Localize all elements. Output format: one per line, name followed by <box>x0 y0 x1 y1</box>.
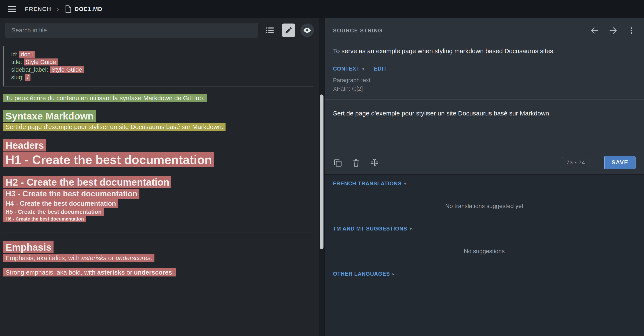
heading-h5-example: H5 - Create the best documentation <box>4 208 314 216</box>
source-text: To serve as an example page when styling… <box>333 47 636 56</box>
context-type: Paragraph text <box>333 76 636 85</box>
no-suggestions-message: No suggestions <box>333 247 636 255</box>
caret-down-icon: ▾ <box>410 226 412 231</box>
paragraph-intro: Tu peux écrire du contenu en utilisant l… <box>4 94 314 103</box>
source-string-panel: SOURCE STRING <box>324 18 644 175</box>
paragraph-active: Sert de page d'exemple pour styliser un … <box>4 122 314 131</box>
previous-string-button[interactable] <box>590 26 599 35</box>
frontmatter-value[interactable]: Style Guide <box>50 66 84 73</box>
suggestions-panel: FRENCH TRANSLATIONS ▾ No translations su… <box>324 175 644 277</box>
frontmatter-block: id: doc1 title: Style Guide sidebar_labe… <box>4 46 313 86</box>
strong-text: or <box>125 269 134 276</box>
char-counter: 73 • 74 <box>562 157 590 168</box>
string-strong[interactable]: Strong emphasis, aka bold, with asterisk… <box>4 268 176 276</box>
section-french-translations[interactable]: FRENCH TRANSLATIONS ▾ <box>333 181 636 187</box>
arrow-right-icon <box>608 26 618 35</box>
breadcrumb-file[interactable]: DOC1.MD <box>75 6 102 13</box>
context-row: CONTEXT ▾ EDIT <box>333 66 636 72</box>
intro-suffix: . <box>203 94 204 101</box>
frontmatter-line: sidebar_label: Style Guide <box>11 66 308 74</box>
edit-link[interactable]: EDIT <box>374 66 387 72</box>
eye-icon <box>303 26 312 35</box>
clear-translation-button[interactable] <box>352 158 360 167</box>
emphasis-italic: asterisks <box>81 254 106 261</box>
string-h3[interactable]: H3 - Create the best documentation <box>4 189 140 199</box>
paragraph-emphasis: Emphasis, aka italics, with asterisks or… <box>4 254 314 262</box>
string-h4[interactable]: H4 - Create the best documentation <box>4 199 118 208</box>
string-intro[interactable]: Tu peux écrire du contenu en utilisant l… <box>4 94 207 102</box>
string-navigation <box>590 26 636 35</box>
section-other-languages[interactable]: OTHER LANGUAGES ▸ <box>333 271 636 277</box>
frontmatter-key: id: <box>11 51 19 58</box>
strong-bold: asterisks <box>97 269 125 276</box>
context-toggle[interactable]: CONTEXT ▾ <box>333 66 365 72</box>
copy-source-button[interactable] <box>333 158 342 167</box>
strong-text: . <box>172 269 174 276</box>
chevron-right-icon: › <box>57 6 59 13</box>
french-translations-label: FRENCH TRANSLATIONS <box>333 181 402 187</box>
caret-right-icon: ▸ <box>392 271 394 276</box>
menu-button[interactable] <box>7 5 16 13</box>
heading-h1-example: H1 - Create the best documentation <box>4 152 314 168</box>
frontmatter-value[interactable]: Style Guide <box>24 59 58 65</box>
file-icon <box>64 5 72 13</box>
translation-panel: SOURCE STRING <box>324 18 644 336</box>
section-tm-mt-suggestions[interactable]: TM AND MT SUGGESTIONS ▾ <box>333 226 636 232</box>
string-h5[interactable]: H5 - Create the best documentation <box>4 208 104 216</box>
kebab-icon <box>627 26 636 35</box>
scrollbar-thumb[interactable] <box>320 94 324 249</box>
intro-text: Tu peux écrire du contenu en utilisant <box>6 94 113 101</box>
file-preview-panel: id: doc1 title: Style Guide sidebar_labe… <box>0 18 324 336</box>
string-h2-markdown[interactable]: Syntaxe Markdown <box>4 110 96 122</box>
arrow-left-icon <box>590 26 599 35</box>
emphasis-italic: underscores <box>116 254 150 261</box>
next-string-button[interactable] <box>608 26 618 35</box>
intro-link-text: la syntaxe Markdown de GitHub <box>113 94 203 101</box>
caret-down-icon: ▾ <box>362 66 364 71</box>
frontmatter-line: title: Style Guide <box>11 58 308 66</box>
string-h2-emphasis[interactable]: Emphasis <box>4 241 54 253</box>
select-text-button[interactable] <box>370 158 379 167</box>
frontmatter-key: slug: <box>11 74 26 81</box>
strong-bold: underscores <box>134 269 172 276</box>
preview-button[interactable] <box>300 24 314 37</box>
context-toggle-label: CONTEXT <box>333 66 360 72</box>
search-row <box>0 18 324 42</box>
frontmatter-line: slug: / <box>11 74 308 81</box>
highlight-mode-button[interactable] <box>282 24 295 37</box>
paragraph-strong: Strong emphasis, aka bold, with asterisk… <box>4 268 314 277</box>
main-area: id: doc1 title: Style Guide sidebar_labe… <box>0 18 644 336</box>
source-string-label: SOURCE STRING <box>333 27 382 34</box>
hamburger-icon <box>7 5 16 13</box>
copy-icon <box>333 158 342 167</box>
pencil-icon <box>284 26 292 34</box>
frontmatter-line: id: doc1 <box>11 51 308 58</box>
horizontal-rule <box>4 232 314 232</box>
emphasis-text: Emphasis, aka italics, with <box>6 254 81 261</box>
frontmatter-value[interactable]: doc1 <box>19 51 35 58</box>
heading-syntaxe-markdown: Syntaxe Markdown <box>4 110 314 122</box>
string-h6[interactable]: H6 - Create the best documentation <box>4 216 86 222</box>
string-h2-headers[interactable]: Headers <box>4 139 46 151</box>
translation-toolbar: 73 • 74 SAVE <box>333 156 636 174</box>
context-xpath: XPath: /p[2] <box>333 85 636 93</box>
frontmatter-value[interactable]: / <box>26 74 30 81</box>
scrollbar[interactable] <box>319 18 324 336</box>
heading-h2-example: H2 - Create the best documentation <box>4 176 314 189</box>
heading-emphasis: Emphasis <box>4 241 314 254</box>
string-active[interactable]: Sert de page d'exemple pour styliser un … <box>4 123 226 131</box>
text-cursor-icon <box>370 158 379 167</box>
strings-list-button[interactable] <box>263 24 277 37</box>
string-h1[interactable]: H1 - Create the best documentation <box>4 152 214 167</box>
heading-h4-example: H4 - Create the best documentation <box>4 199 314 208</box>
search-input[interactable] <box>5 23 258 38</box>
string-emphasis[interactable]: Emphasis, aka italics, with asterisks or… <box>4 254 154 262</box>
save-button[interactable]: SAVE <box>604 156 636 169</box>
emphasis-text: . <box>150 254 152 261</box>
other-languages-label: OTHER LANGUAGES <box>333 271 390 277</box>
translation-input[interactable]: Sert de page d'exemple pour styliser un … <box>333 100 636 156</box>
context-details: Paragraph text XPath: /p[2] <box>333 76 636 99</box>
breadcrumb-language[interactable]: FRENCH <box>25 6 52 13</box>
more-options-button[interactable] <box>627 26 636 35</box>
string-h2[interactable]: H2 - Create the best documentation <box>4 176 171 188</box>
